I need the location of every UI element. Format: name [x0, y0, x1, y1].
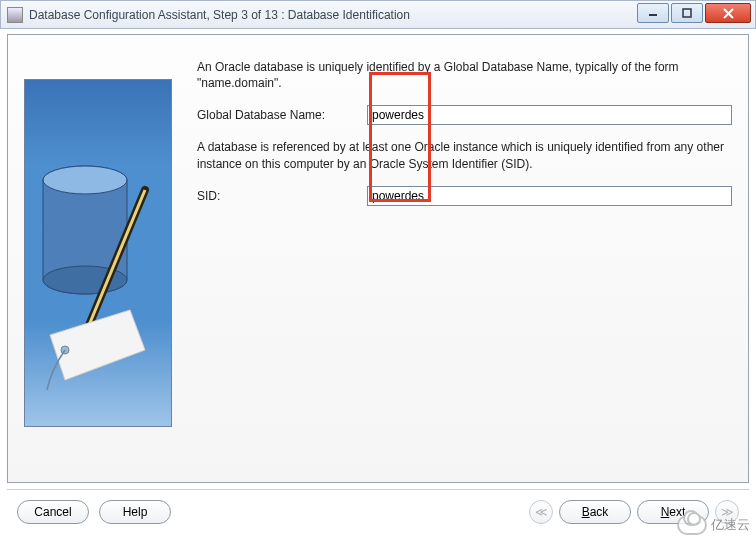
help-button[interactable]: Help: [99, 500, 171, 524]
svg-marker-11: [50, 310, 145, 380]
back-button[interactable]: Back: [559, 500, 631, 524]
cancel-button-label: Cancel: [34, 505, 71, 519]
gdn-input[interactable]: [367, 105, 732, 125]
side-illustration: [24, 79, 179, 470]
sid-input[interactable]: [367, 186, 732, 206]
intro-text: An Oracle database is uniquely identifie…: [197, 59, 732, 91]
help-button-label: Help: [123, 505, 148, 519]
gdn-label: Global Database Name:: [197, 108, 367, 122]
sid-label: SID:: [197, 189, 367, 203]
left-button-group: Cancel Help: [17, 500, 171, 524]
app-icon: [7, 7, 23, 23]
svg-point-7: [43, 166, 127, 194]
database-pen-illustration: [25, 80, 172, 427]
titlebar: Database Configuration Assistant, Step 3…: [0, 0, 756, 29]
gdn-row: Global Database Name:: [197, 105, 732, 125]
close-button[interactable]: [705, 3, 751, 23]
svg-rect-1: [683, 9, 691, 17]
illustration-frame: [24, 79, 172, 427]
window-controls: [635, 3, 751, 23]
minimize-button[interactable]: [637, 3, 669, 23]
back-button-label: Back: [582, 505, 609, 519]
window-title: Database Configuration Assistant, Step 3…: [29, 8, 410, 22]
main-pane: An Oracle database is uniquely identifie…: [197, 57, 732, 470]
cancel-button[interactable]: Cancel: [17, 500, 89, 524]
cloud-icon: [677, 515, 707, 535]
bottom-bar: Cancel Help ≪ Back Next ≫: [7, 489, 749, 529]
sid-intro-text: A database is referenced by at least one…: [197, 139, 732, 171]
first-arrow-button[interactable]: ≪: [529, 500, 553, 524]
maximize-button[interactable]: [671, 3, 703, 23]
watermark: 亿速云: [677, 515, 750, 535]
watermark-text: 亿速云: [711, 516, 750, 534]
sid-row: SID:: [197, 186, 732, 206]
content-panel: An Oracle database is uniquely identifie…: [7, 34, 749, 483]
